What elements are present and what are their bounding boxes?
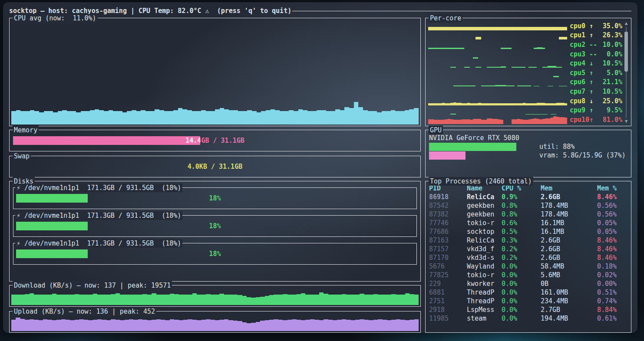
spark-bar	[52, 320, 56, 331]
process-mem-percent: 0.00%	[597, 279, 627, 288]
spark-bar	[34, 111, 39, 125]
spark-bar	[284, 111, 289, 125]
process-cpu: 0.8%	[502, 201, 541, 210]
process-row[interactable]: 87170vkd3d-s0.2%2.6GB8.46%	[429, 253, 627, 262]
per-core-sparkline	[428, 96, 567, 105]
spark-bar	[256, 297, 260, 305]
spark-bar	[382, 111, 386, 125]
spark-bar	[147, 320, 152, 331]
spark-bar	[84, 320, 88, 331]
spark-bar	[215, 295, 219, 305]
scroll-up-icon[interactable]: ▲	[625, 21, 628, 26]
scrollbar-track[interactable]	[626, 27, 627, 118]
process-mem-percent: 0.56%	[597, 201, 627, 210]
per-core-sparkline	[428, 86, 567, 96]
scroll-down-icon[interactable]: ▼	[625, 119, 628, 124]
spark-bar	[219, 320, 224, 331]
process-row[interactable]: 77686socktop0.5%16.1MB0.05%	[429, 227, 627, 236]
core-usage-value: 26.3%	[598, 31, 622, 39]
process-mem: 5.6MB	[541, 271, 597, 279]
spark-bar	[242, 322, 247, 331]
process-row[interactable]: 5676Wayland0.0%58.4MB0.18%	[429, 262, 627, 271]
process-mem: 178.4MB	[541, 201, 597, 210]
spark-bar	[287, 295, 292, 305]
spark-bar	[269, 295, 274, 305]
per-core-label: cpu7↑10.5%	[570, 87, 622, 96]
spark-bar	[174, 320, 178, 331]
process-pid: 87163	[429, 236, 467, 245]
spark-bar	[344, 107, 349, 125]
spark-bar	[43, 319, 47, 331]
process-name: tokio-r	[467, 271, 502, 279]
process-row[interactable]: 87542geekben0.8%178.4MB0.56%	[429, 201, 627, 210]
spark-bar	[326, 111, 331, 125]
spark-bar	[314, 295, 319, 305]
per-core-scrollbar[interactable]: ▲ ▼	[623, 21, 629, 124]
core-usage-value: 81.0%	[598, 115, 622, 124]
spark-bar	[335, 109, 340, 125]
process-row[interactable]: 87163RelicCa0.3%2.6GB8.46%	[429, 236, 627, 245]
process-cpu: 0.6%	[502, 219, 541, 227]
process-mem: 178.4MB	[541, 210, 597, 219]
spark-bar	[297, 320, 301, 331]
spark-bar	[109, 110, 113, 125]
spark-bar	[372, 111, 377, 125]
spark-bar	[351, 320, 355, 331]
process-row[interactable]: 6881ThreadP0.0%161.0MB0.51%	[429, 288, 627, 297]
spark-bar	[387, 320, 391, 331]
per-core-label: cpu1↑26.3%	[570, 31, 622, 39]
process-row[interactable]: 229kworker0.0%0B0.00%	[429, 279, 627, 288]
lightning-icon: ⚡	[17, 184, 24, 192]
process-row[interactable]: 2918LspMess0.0%2.7GB8.84%	[429, 305, 627, 314]
process-row[interactable]: 87382geekben0.8%178.4MB0.56%	[429, 210, 627, 219]
process-row[interactable]: 87157vkd3d_f0.2%2.6GB8.46%	[429, 245, 627, 253]
process-row[interactable]: 86918RelicCa0.9%2.6GB8.46%	[429, 193, 627, 201]
process-name: RelicCa	[467, 193, 502, 201]
scrollbar-thumb[interactable]	[624, 32, 628, 72]
spark-bar	[312, 111, 317, 125]
spark-bar	[34, 320, 38, 331]
disk-usage-label: 18%	[16, 249, 414, 258]
spark-bar	[25, 294, 29, 305]
per-core-label: cpu9↑9.5%	[570, 106, 622, 115]
core-name: cpu4	[570, 59, 589, 68]
upload-panel-title: Upload (KB/s) — now: 136 | peak: 452	[13, 307, 156, 316]
spark-bar	[11, 320, 16, 331]
disk-usage-gauge: 18%	[16, 249, 414, 258]
process-pid: 77825	[429, 271, 467, 279]
process-row[interactable]: 2751ThreadP0.0%234.4MB0.74%	[429, 297, 627, 305]
lightning-icon: ⚡	[17, 239, 24, 247]
spark-bar	[383, 320, 387, 331]
spark-bar	[360, 319, 364, 331]
spark-bar	[369, 295, 373, 305]
core-name: cpu10	[570, 115, 589, 124]
process-name: kworker	[467, 279, 502, 288]
process-mem: 2.6GB	[541, 236, 597, 245]
spark-bar	[102, 320, 106, 331]
process-cpu: 0.0%	[502, 288, 541, 297]
spark-bar	[378, 295, 382, 305]
spark-bar	[278, 320, 283, 331]
spark-bar	[233, 295, 238, 305]
spark-bar	[283, 294, 287, 305]
process-mem-percent: 8.46%	[597, 253, 627, 262]
spark-bar	[346, 295, 350, 305]
spark-bar	[269, 320, 274, 331]
per-core-label: cpu3--0.0%	[570, 50, 622, 59]
spark-bar	[111, 319, 115, 331]
core-usage-value: 21.1%	[598, 78, 622, 86]
spark-bar	[251, 298, 255, 305]
process-row[interactable]: 11985steam0.0%194.4MB0.61%	[429, 314, 627, 323]
core-name: cpu6	[570, 78, 589, 86]
spark-bar	[274, 319, 278, 331]
process-mem-percent: 0.05%	[597, 219, 627, 227]
spark-bar	[238, 321, 242, 331]
process-row[interactable]: 77746tokio-r0.6%16.1MB0.05%	[429, 219, 627, 227]
spark-bar	[319, 292, 324, 305]
process-cpu: 0.0%	[502, 279, 541, 288]
spark-bar	[187, 110, 192, 125]
spark-bar	[141, 110, 145, 125]
process-mem: 234.4MB	[541, 297, 597, 305]
spark-bar	[342, 319, 346, 331]
process-row[interactable]: 77825tokio-r0.0%5.6MB0.02%	[429, 271, 627, 279]
